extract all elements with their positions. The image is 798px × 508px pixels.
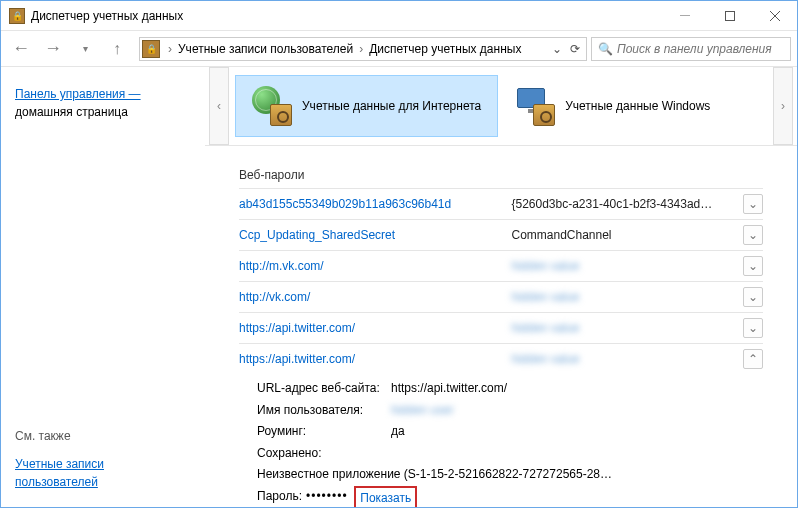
window-title: Диспетчер учетных данных xyxy=(31,9,662,23)
crumb-sep-icon: › xyxy=(357,42,365,56)
entry-name: ab43d155c55349b029b11a963c96b41d xyxy=(239,197,511,211)
credential-entry[interactable]: ab43d155c55349b029b11a963c96b41d{5260d3b… xyxy=(239,188,763,219)
crumb-sep-icon: › xyxy=(166,42,174,56)
recent-dropdown[interactable]: ▾ xyxy=(71,35,99,63)
entry-value: {5260d3bc-a231-40c1-b2f3-4343ad… xyxy=(511,197,743,211)
credential-entry[interactable]: Ccp_Updating_SharedSecretCommandChannel⌄ xyxy=(239,219,763,250)
tab-web-credentials[interactable]: Учетные данные для Интернета xyxy=(235,75,498,137)
refresh-icon[interactable]: ⟳ xyxy=(566,42,584,56)
tab-scroll-left[interactable]: ‹ xyxy=(209,67,229,145)
maximize-button[interactable] xyxy=(707,1,752,30)
detail-url-value: https://api.twitter.com/ xyxy=(391,378,507,400)
app-icon xyxy=(9,8,25,24)
address-bar[interactable]: › Учетные записи пользователей › Диспетч… xyxy=(139,37,587,61)
sidebar: Панель управления — домашняя страница См… xyxy=(1,67,205,507)
entry-value: hidden value xyxy=(511,290,743,304)
tab-scroll-right[interactable]: › xyxy=(773,67,793,145)
show-password-link[interactable]: Показать xyxy=(354,486,417,507)
addr-dropdown-icon[interactable]: ⌄ xyxy=(548,42,566,56)
credential-entry[interactable]: http://m.vk.com/hidden value⌄ xyxy=(239,250,763,281)
entry-name: http://vk.com/ xyxy=(239,290,511,304)
detail-roaming-label: Роуминг: xyxy=(257,421,387,443)
back-button[interactable]: ← xyxy=(7,35,35,63)
sidebar-home-link-2[interactable]: домашняя страница xyxy=(15,105,128,119)
tab-web-label: Учетные данные для Интернета xyxy=(302,99,481,113)
detail-roaming-value: да xyxy=(391,421,405,443)
credential-entry[interactable]: https://api.twitter.com/hidden value⌄ xyxy=(239,312,763,343)
section-header: Веб-пароли xyxy=(239,168,763,182)
expand-icon[interactable]: ⌄ xyxy=(743,225,763,245)
credential-entry[interactable]: https://api.twitter.com/hidden value⌃ xyxy=(239,343,763,374)
search-input[interactable] xyxy=(617,42,784,56)
entry-name: http://m.vk.com/ xyxy=(239,259,511,273)
detail-url-label: URL-адрес веб-сайта: xyxy=(257,378,387,400)
detail-password-label: Пароль: xyxy=(257,486,302,507)
close-button[interactable] xyxy=(752,1,797,30)
tab-row: ‹ Учетные данные для Интернета Учетные д… xyxy=(205,67,797,146)
sidebar-user-accounts-link-2[interactable]: пользователей xyxy=(15,475,98,489)
detail-user-value: hidden user xyxy=(391,400,454,422)
content-area: Веб-пароли ab43d155c55349b029b11a963c96b… xyxy=(205,146,797,507)
sidebar-home-link[interactable]: Панель управления — xyxy=(15,87,141,101)
expand-icon[interactable]: ⌄ xyxy=(743,194,763,214)
credential-entry[interactable]: http://vk.com/hidden value⌄ xyxy=(239,281,763,312)
crumb-1[interactable]: Учетные записи пользователей xyxy=(174,42,357,56)
sidebar-seealso-label: См. также xyxy=(15,429,191,443)
addr-icon xyxy=(142,40,160,58)
entry-value: hidden value xyxy=(511,352,743,366)
detail-user-label: Имя пользователя: xyxy=(257,400,387,422)
detail-saved-label: Сохранено: xyxy=(257,443,387,465)
detail-password-value: •••••••• xyxy=(306,486,348,507)
web-credentials-icon xyxy=(252,86,292,126)
tab-win-label: Учетные данные Windows xyxy=(565,99,710,113)
expand-icon[interactable]: ⌄ xyxy=(743,256,763,276)
expand-icon[interactable]: ⌄ xyxy=(743,318,763,338)
navbar: ← → ▾ ↑ › Учетные записи пользователей ›… xyxy=(1,31,797,67)
entry-value: CommandChannel xyxy=(511,228,743,242)
detail-saved-value: Неизвестное приложение (S-1-15-2-5216628… xyxy=(257,464,612,486)
up-button[interactable]: ↑ xyxy=(103,35,131,63)
svg-rect-1 xyxy=(725,11,734,20)
entry-value: hidden value xyxy=(511,259,743,273)
minimize-button[interactable] xyxy=(662,1,707,30)
sidebar-user-accounts-link[interactable]: Учетные записи xyxy=(15,457,104,471)
crumb-2[interactable]: Диспетчер учетных данных xyxy=(365,42,525,56)
main-panel: ‹ Учетные данные для Интернета Учетные д… xyxy=(205,67,797,507)
search-box[interactable]: 🔍 xyxy=(591,37,791,61)
collapse-icon[interactable]: ⌃ xyxy=(743,349,763,369)
entry-name: https://api.twitter.com/ xyxy=(239,352,511,366)
titlebar: Диспетчер учетных данных xyxy=(1,1,797,31)
forward-button[interactable]: → xyxy=(39,35,67,63)
credential-details: URL-адрес веб-сайта:https://api.twitter.… xyxy=(239,374,763,507)
expand-icon[interactable]: ⌄ xyxy=(743,287,763,307)
windows-credentials-icon xyxy=(515,86,555,126)
entry-value: hidden value xyxy=(511,321,743,335)
tab-windows-credentials[interactable]: Учетные данные Windows xyxy=(498,75,727,137)
entry-name: Ccp_Updating_SharedSecret xyxy=(239,228,511,242)
entry-name: https://api.twitter.com/ xyxy=(239,321,511,335)
search-icon: 🔍 xyxy=(598,42,613,56)
